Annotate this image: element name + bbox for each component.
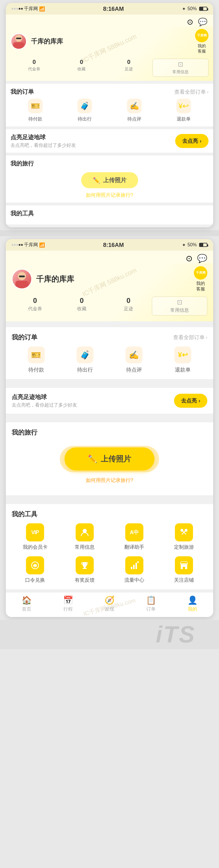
its-text: iTS — [156, 621, 196, 648]
order-item-refund-1[interactable]: ¥↩ 退款单 — [176, 99, 191, 122]
tool-label-redeem: 口令兑换 — [25, 577, 45, 583]
stat-item-footprint-1[interactable]: 0 足迹 — [105, 59, 152, 77]
discover-icon: 🧭 — [104, 595, 115, 605]
svg-rect-14 — [183, 567, 185, 569]
order-item-pending-review-2[interactable]: ✍️ 待点评 — [126, 346, 143, 373]
camera-icon-1[interactable]: ⊙ — [187, 18, 193, 27]
order-item-pending-review-1[interactable]: ✍️ 待点评 — [127, 99, 142, 122]
stat-item-info-2[interactable]: ⊡ 常用信息 — [152, 297, 207, 315]
signal-icon — [130, 561, 139, 570]
camera-icon-2[interactable]: ⊙ — [186, 254, 192, 263]
travel-header-2: 我的旅行 — [12, 428, 207, 437]
service-button-1[interactable]: 千库网 我的客服 — [195, 29, 209, 54]
order-label-8: 退款单 — [175, 366, 191, 373]
service-icon-1: 千库网 — [195, 29, 209, 42]
nav-item-home[interactable]: 🏠 首页 — [22, 595, 32, 612]
info-label-1: 常用信息 — [172, 69, 189, 75]
profile-left-1: 千库的库库 — [10, 33, 63, 50]
nav-item-orders[interactable]: 📋 订单 — [146, 595, 156, 612]
tool-icon-feedback — [75, 556, 94, 575]
order-label-1: 待付款 — [28, 116, 42, 122]
divider-1 — [6, 321, 213, 324]
top-icons-1: ⊙ 💬 — [6, 14, 213, 27]
tool-icon-info — [75, 523, 94, 541]
glow-button-1[interactable]: 去点亮 › — [175, 134, 209, 148]
footprint-title-2: 点亮足迹地球 — [12, 393, 77, 401]
stat-item-footprint-2[interactable]: 0 足迹 — [105, 297, 152, 315]
divider-2 — [6, 382, 213, 385]
order-item-refund-2[interactable]: ¥↩ 退款单 — [174, 346, 191, 373]
order-label-7: 待点评 — [126, 366, 142, 373]
nav-label-trip: 行程 — [63, 606, 73, 612]
nav-label-orders: 订单 — [146, 606, 156, 612]
order-item-pending-travel-2[interactable]: 🧳 待出行 — [76, 346, 93, 373]
orders-title-2: 我的订单 — [12, 333, 37, 342]
username-2: 千库的库库 — [36, 274, 74, 284]
collect-label-1: 收藏 — [77, 66, 86, 72]
message-icon-2[interactable]: 💬 — [197, 254, 207, 263]
service-button-2[interactable]: 千库网 我的客服 — [194, 266, 207, 292]
tool-item-redeem[interactable]: 口令兑换 — [12, 556, 58, 583]
orders-view-all-1[interactable]: 查看全部订单 › — [174, 88, 209, 95]
travel-hint-2[interactable]: 如何用照片记录旅行? — [86, 477, 133, 484]
nav-item-trip[interactable]: 📅 行程 — [63, 595, 73, 612]
travel-section-2: 我的旅行 ✏️ 上传照片 如何用照片记录旅行? IC千库网 588ku.com — [6, 422, 213, 495]
upload-button-2[interactable]: ✏️ 上传照片 — [65, 447, 154, 470]
tool-item-flow[interactable]: 流量中心 — [111, 556, 158, 583]
status-bar-1: 千库网 📶 8:16AM ✦ 50% — [6, 3, 213, 14]
travel-header-1: 我的旅行 — [10, 160, 209, 167]
stat-item-collect-2[interactable]: 0 收藏 — [58, 297, 105, 315]
collect-label-2: 收藏 — [77, 306, 87, 312]
tool-item-feedback[interactable]: 有奖反馈 — [61, 556, 108, 583]
orders-view-all-2[interactable]: 查看全部订单 › — [173, 334, 207, 341]
orders-header-1: 我的订单 查看全部订单 › — [10, 88, 209, 96]
tool-item-info[interactable]: 常用信息 — [61, 523, 108, 551]
order-icon-7: ✍️ — [126, 346, 143, 363]
tool-item-custom[interactable]: 定制旅游 — [161, 523, 207, 551]
scissors-icon — [180, 528, 188, 537]
stat-item-info-1[interactable]: ⊡ 常用信息 — [152, 59, 209, 77]
nav-item-discover[interactable]: 🧭 发现 — [104, 595, 115, 612]
stat-item-voucher-1[interactable]: 0 代金券 — [10, 59, 58, 77]
footprint-label-2: 足迹 — [124, 306, 133, 312]
stat-item-collect-1[interactable]: 0 收藏 — [58, 59, 105, 77]
glow-btn-label-2: 去点亮 — [181, 397, 197, 404]
service-label-1: 我的客服 — [198, 43, 206, 54]
order-item-pending-travel-1[interactable]: 🧳 待出行 — [77, 99, 92, 122]
tool-label-info: 常用信息 — [75, 544, 95, 551]
upload-label-2: 上传照片 — [101, 454, 131, 464]
glow-btn-arrow-2: › — [198, 398, 200, 404]
glow-button-2[interactable]: 去点亮 › — [174, 394, 207, 408]
tool-item-vip[interactable]: VIP 我的会员卡 — [12, 523, 58, 551]
redeem-icon — [31, 561, 39, 570]
mine-icon: 👤 — [187, 595, 198, 605]
svg-rect-10 — [133, 565, 135, 569]
travel-title-2: 我的旅行 — [12, 428, 37, 437]
svg-point-6 — [34, 564, 36, 566]
wifi-icon-2: 📶 — [39, 242, 45, 248]
tools-section-title-1: 我的工具 — [6, 206, 213, 224]
svg-rect-9 — [131, 567, 132, 569]
footprint-text-1: 点亮足迹地球 去点亮吧，看你超过了多少好友 — [10, 133, 76, 149]
nav-item-mine[interactable]: 👤 我的 — [187, 595, 198, 612]
tool-item-store[interactable]: 关注店铺 — [161, 556, 207, 583]
order-item-pending-pay-1[interactable]: 🎫 待付款 — [28, 99, 43, 122]
svg-rect-11 — [135, 563, 137, 569]
svg-rect-8 — [83, 568, 87, 569]
status-bar-2: 千库网 📶 8:16AM ✦ 50% — [6, 239, 213, 251]
screen1: 千库网 📶 8:16AM ✦ 50% ⊙ 💬 — [6, 3, 213, 227]
stat-item-voucher-2[interactable]: 0 代金券 — [12, 297, 58, 315]
tool-icon-translate: A中 — [125, 523, 144, 541]
footprint-title-1: 点亮足迹地球 — [10, 133, 76, 141]
travel-hint-1[interactable]: 如何用照片记录旅行? — [86, 192, 133, 198]
battery-icon-1 — [199, 7, 207, 11]
tool-label-store: 关注店铺 — [174, 577, 194, 583]
order-item-pending-pay-2[interactable]: 🎫 待付款 — [28, 346, 45, 373]
message-icon-1[interactable]: 💬 — [198, 18, 207, 27]
divider-4 — [6, 498, 213, 501]
info-icon-2: ⊡ — [177, 299, 182, 306]
profile-section-1: 千库的库库 千库网 我的客服 0 代金券 0 收藏 0 足迹 — [6, 27, 213, 81]
tool-item-translate[interactable]: A中 翻译助手 — [111, 523, 158, 551]
upload-button-1[interactable]: ✏️ 上传照片 — [81, 172, 138, 188]
upload-icon-1: ✏️ — [93, 177, 100, 184]
